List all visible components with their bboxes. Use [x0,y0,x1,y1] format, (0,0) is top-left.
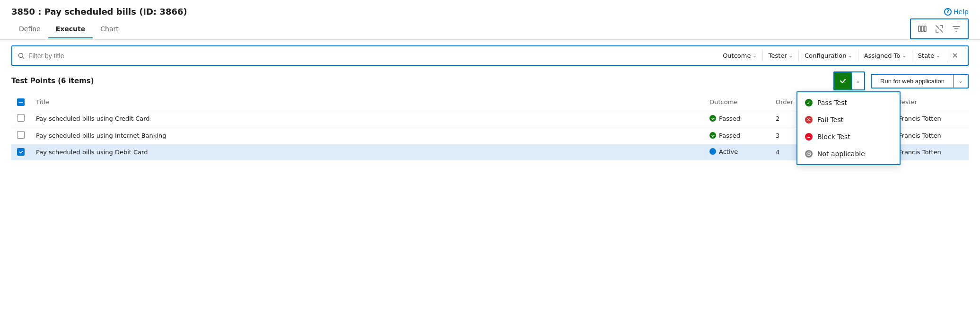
pass-test-item[interactable]: ✓ Pass Test [797,94,900,111]
pass-button[interactable] [834,72,851,89]
svg-rect-1 [921,26,923,32]
row-1-tester-cell: Francis Totten [893,110,969,127]
svg-line-4 [23,57,24,58]
header-checkbox-cell: — [11,94,30,110]
chevron-down-icon: ⌄ [752,53,756,58]
row-1-checkbox[interactable] [17,114,25,122]
header-outcome: Outcome [704,94,770,110]
filter-bar: Outcome ⌄ Tester ⌄ Configuration ⌄ Assig… [11,45,969,66]
active-icon [709,148,716,155]
tabs-row: Define Execute Chart [0,18,980,40]
expand-button[interactable] [932,21,947,36]
block-test-item[interactable]: – Block Test [797,128,900,145]
tester-filter[interactable]: Tester ⌄ [762,50,798,61]
header-title: Title [30,94,704,110]
checkmark-icon [839,77,847,85]
help-label: Help [954,8,969,16]
row-2-checkbox[interactable] [17,131,25,139]
outcome-badge: Passed [709,132,740,139]
row-3-title-cell: Pay scheduled bills using Debit Card [30,144,704,160]
action-buttons: ⌄ ✓ Pass Test ✕ Fail Test – [833,71,969,90]
pass-dropdown-chevron[interactable]: ⌄ [851,72,864,89]
pass-dropdown-menu: ✓ Pass Test ✕ Fail Test – Block Test [796,91,901,165]
filter-input[interactable] [28,52,713,60]
run-dropdown-chevron[interactable]: ⌄ [953,75,968,88]
assigned-to-filter[interactable]: Assigned To ⌄ [858,50,912,61]
row-1-outcome-cell: Passed [704,110,770,127]
run-button-group: Run for web application ⌄ [871,74,969,88]
filter-icon [18,53,25,59]
row-1-title-cell: Pay scheduled bills using Credit Card [30,110,704,127]
chevron-down-icon: ⌄ [936,53,940,58]
passed-icon [709,115,716,122]
row-3-outcome-cell: Active [704,144,770,160]
test-points-title: Test Points (6 items) [11,77,94,85]
passed-icon [709,132,716,139]
run-for-web-application-button[interactable]: Run for web application [872,75,953,88]
row-3-checkbox-cell [11,144,30,160]
state-filter[interactable]: State ⌄ [912,50,946,61]
fail-test-item[interactable]: ✕ Fail Test [797,111,900,128]
outcome-badge: Passed [709,115,740,122]
fail-icon: ✕ [805,116,813,124]
pass-dropdown-group: ⌄ ✓ Pass Test ✕ Fail Test – [833,71,865,90]
not-applicable-item[interactable]: Not applicable [797,145,900,162]
chevron-down-icon: ⌄ [856,78,860,84]
columns-toggle-button[interactable] [915,21,930,36]
configuration-filter[interactable]: Configuration ⌄ [798,50,858,61]
block-icon: – [805,133,813,141]
row-2-outcome-cell: Passed [704,127,770,144]
page: 3850 : Pay scheduled bills (ID: 3866) ? … [0,0,980,318]
pass-icon: ✓ [805,99,813,106]
help-icon: ? [944,8,952,16]
page-title: 3850 : Pay scheduled bills (ID: 3866) [11,7,187,17]
chevron-down-icon: ⌄ [789,53,793,58]
row-2-checkbox-cell [11,127,30,144]
outcome-badge: Active [709,148,738,155]
tab-define[interactable]: Define [11,20,48,38]
row-3-checkbox[interactable] [17,148,25,156]
row-2-tester-cell: Francis Totten [893,127,969,144]
svg-rect-0 [919,26,920,32]
header-tester: Tester [893,94,969,110]
test-points-header: Test Points (6 items) ⌄ ✓ [11,71,969,90]
na-icon [805,150,813,158]
filter-clear-button[interactable]: ✕ [948,49,962,62]
tab-actions-group [910,18,969,39]
page-header: 3850 : Pay scheduled bills (ID: 3866) ? … [0,0,980,17]
tab-chart[interactable]: Chart [93,20,126,38]
svg-rect-2 [924,26,926,32]
main-content: Test Points (6 items) ⌄ ✓ [0,71,980,160]
help-link[interactable]: ? Help [944,8,969,16]
chevron-down-icon: ⌄ [958,78,963,84]
filter-button[interactable] [949,21,964,36]
outcome-filter[interactable]: Outcome ⌄ [717,50,762,61]
chevron-down-icon: ⌄ [902,53,906,58]
tab-execute[interactable]: Execute [48,20,93,38]
row-3-tester-cell: Francis Totten [893,144,969,160]
tabs: Define Execute Chart [11,20,126,38]
select-all-checkbox[interactable]: — [17,98,25,106]
row-2-title-cell: Pay scheduled bills using Internet Banki… [30,127,704,144]
filter-dropdowns: Outcome ⌄ Tester ⌄ Configuration ⌄ Assig… [717,49,962,62]
chevron-down-icon: ⌄ [848,53,852,58]
row-1-checkbox-cell [11,110,30,127]
